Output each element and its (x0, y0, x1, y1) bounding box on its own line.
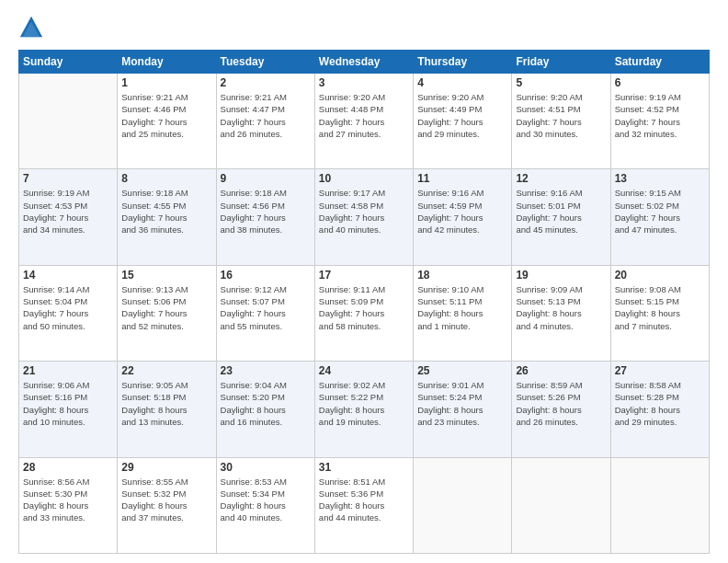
calendar-cell: 25Sunrise: 9:01 AM Sunset: 5:24 PM Dayli… (414, 362, 512, 457)
day-number: 17 (319, 269, 409, 282)
calendar-cell (512, 457, 610, 553)
day-header-thursday: Thursday (414, 51, 512, 74)
day-number: 30 (221, 461, 311, 474)
day-number: 31 (319, 461, 409, 474)
day-info: Sunrise: 9:20 AM Sunset: 4:49 PM Dayligh… (417, 91, 507, 140)
day-number: 6 (615, 76, 705, 89)
calendar-cell: 4Sunrise: 9:20 AM Sunset: 4:49 PM Daylig… (414, 74, 512, 169)
day-info: Sunrise: 8:53 AM Sunset: 5:34 PM Dayligh… (221, 476, 311, 524)
calendar-cell (19, 74, 118, 169)
day-number: 4 (417, 76, 507, 89)
day-info: Sunrise: 8:55 AM Sunset: 5:32 PM Dayligh… (121, 476, 211, 524)
calendar-cell: 5Sunrise: 9:20 AM Sunset: 4:51 PM Daylig… (512, 74, 610, 169)
calendar-cell: 6Sunrise: 9:19 AM Sunset: 4:52 PM Daylig… (610, 74, 709, 169)
calendar-cell: 14Sunrise: 9:14 AM Sunset: 5:04 PM Dayli… (19, 265, 118, 361)
calendar-cell: 28Sunrise: 8:56 AM Sunset: 5:30 PM Dayli… (19, 457, 118, 553)
day-info: Sunrise: 9:15 AM Sunset: 5:02 PM Dayligh… (615, 187, 705, 236)
calendar-cell: 15Sunrise: 9:13 AM Sunset: 5:06 PM Dayli… (118, 265, 216, 361)
day-info: Sunrise: 9:18 AM Sunset: 4:56 PM Dayligh… (221, 187, 311, 236)
day-info: Sunrise: 9:16 AM Sunset: 5:01 PM Dayligh… (516, 187, 606, 236)
calendar-cell: 18Sunrise: 9:10 AM Sunset: 5:11 PM Dayli… (414, 265, 512, 361)
day-info: Sunrise: 8:58 AM Sunset: 5:28 PM Dayligh… (615, 379, 705, 428)
day-number: 15 (121, 269, 211, 282)
day-header-tuesday: Tuesday (216, 51, 314, 74)
day-number: 12 (516, 172, 606, 185)
day-number: 14 (23, 269, 113, 282)
day-number: 24 (319, 364, 409, 377)
calendar-cell: 27Sunrise: 8:58 AM Sunset: 5:28 PM Dayli… (610, 362, 709, 457)
day-info: Sunrise: 9:12 AM Sunset: 5:07 PM Dayligh… (221, 283, 311, 332)
day-number: 27 (615, 364, 705, 377)
day-info: Sunrise: 8:59 AM Sunset: 5:26 PM Dayligh… (516, 379, 606, 428)
header (18, 15, 710, 40)
calendar-cell: 13Sunrise: 9:15 AM Sunset: 5:02 PM Dayli… (610, 169, 709, 265)
day-info: Sunrise: 8:56 AM Sunset: 5:30 PM Dayligh… (23, 476, 113, 524)
calendar-cell: 2Sunrise: 9:21 AM Sunset: 4:47 PM Daylig… (216, 74, 314, 169)
header-row: SundayMondayTuesdayWednesdayThursdayFrid… (19, 51, 710, 74)
week-row-3: 21Sunrise: 9:06 AM Sunset: 5:16 PM Dayli… (19, 362, 710, 457)
day-info: Sunrise: 9:01 AM Sunset: 5:24 PM Dayligh… (417, 379, 507, 428)
day-number: 2 (221, 76, 311, 89)
day-info: Sunrise: 9:04 AM Sunset: 5:20 PM Dayligh… (221, 379, 311, 428)
day-number: 13 (615, 172, 705, 185)
day-header-saturday: Saturday (610, 51, 709, 74)
day-number: 5 (516, 76, 606, 89)
day-number: 20 (615, 269, 705, 282)
calendar-cell: 12Sunrise: 9:16 AM Sunset: 5:01 PM Dayli… (512, 169, 610, 265)
day-number: 19 (516, 269, 606, 282)
calendar-cell (610, 457, 709, 553)
day-number: 29 (121, 461, 211, 474)
day-info: Sunrise: 9:02 AM Sunset: 5:22 PM Dayligh… (319, 379, 409, 428)
calendar-cell: 22Sunrise: 9:05 AM Sunset: 5:18 PM Dayli… (118, 362, 216, 457)
calendar-cell: 16Sunrise: 9:12 AM Sunset: 5:07 PM Dayli… (216, 265, 314, 361)
day-header-wednesday: Wednesday (314, 51, 413, 74)
day-info: Sunrise: 9:13 AM Sunset: 5:06 PM Dayligh… (121, 283, 211, 332)
day-info: Sunrise: 9:20 AM Sunset: 4:51 PM Dayligh… (516, 91, 606, 140)
day-info: Sunrise: 9:19 AM Sunset: 4:53 PM Dayligh… (23, 187, 113, 236)
day-number: 7 (23, 172, 113, 185)
day-info: Sunrise: 9:19 AM Sunset: 4:52 PM Dayligh… (615, 91, 705, 140)
calendar-cell: 23Sunrise: 9:04 AM Sunset: 5:20 PM Dayli… (216, 362, 314, 457)
calendar-cell: 3Sunrise: 9:20 AM Sunset: 4:48 PM Daylig… (314, 74, 413, 169)
day-info: Sunrise: 9:20 AM Sunset: 4:48 PM Dayligh… (319, 91, 409, 140)
day-number: 25 (417, 364, 507, 377)
day-info: Sunrise: 9:06 AM Sunset: 5:16 PM Dayligh… (23, 379, 113, 428)
day-info: Sunrise: 9:21 AM Sunset: 4:47 PM Dayligh… (221, 91, 311, 140)
day-info: Sunrise: 9:21 AM Sunset: 4:46 PM Dayligh… (121, 91, 211, 140)
calendar-cell (414, 457, 512, 553)
day-number: 11 (417, 172, 507, 185)
day-info: Sunrise: 9:14 AM Sunset: 5:04 PM Dayligh… (23, 283, 113, 332)
day-info: Sunrise: 9:09 AM Sunset: 5:13 PM Dayligh… (516, 283, 606, 332)
calendar-cell: 20Sunrise: 9:08 AM Sunset: 5:15 PM Dayli… (610, 265, 709, 361)
calendar-cell: 29Sunrise: 8:55 AM Sunset: 5:32 PM Dayli… (118, 457, 216, 553)
calendar-cell: 24Sunrise: 9:02 AM Sunset: 5:22 PM Dayli… (314, 362, 413, 457)
calendar-table: SundayMondayTuesdayWednesdayThursdayFrid… (18, 50, 710, 554)
day-number: 8 (121, 172, 211, 185)
day-info: Sunrise: 9:18 AM Sunset: 4:55 PM Dayligh… (121, 187, 211, 236)
calendar-cell: 10Sunrise: 9:17 AM Sunset: 4:58 PM Dayli… (314, 169, 413, 265)
day-number: 28 (23, 461, 113, 474)
day-info: Sunrise: 9:10 AM Sunset: 5:11 PM Dayligh… (417, 283, 507, 332)
day-info: Sunrise: 9:05 AM Sunset: 5:18 PM Dayligh… (121, 379, 211, 428)
calendar-cell: 11Sunrise: 9:16 AM Sunset: 4:59 PM Dayli… (414, 169, 512, 265)
week-row-0: 1Sunrise: 9:21 AM Sunset: 4:46 PM Daylig… (19, 74, 710, 169)
calendar-cell: 7Sunrise: 9:19 AM Sunset: 4:53 PM Daylig… (19, 169, 118, 265)
day-number: 10 (319, 172, 409, 185)
day-header-sunday: Sunday (19, 51, 118, 74)
day-info: Sunrise: 9:16 AM Sunset: 4:59 PM Dayligh… (417, 187, 507, 236)
week-row-4: 28Sunrise: 8:56 AM Sunset: 5:30 PM Dayli… (19, 457, 710, 553)
day-header-friday: Friday (512, 51, 610, 74)
logo (18, 15, 48, 40)
calendar-cell: 31Sunrise: 8:51 AM Sunset: 5:36 PM Dayli… (314, 457, 413, 553)
calendar-cell: 8Sunrise: 9:18 AM Sunset: 4:55 PM Daylig… (118, 169, 216, 265)
calendar-cell: 9Sunrise: 9:18 AM Sunset: 4:56 PM Daylig… (216, 169, 314, 265)
calendar-cell: 1Sunrise: 9:21 AM Sunset: 4:46 PM Daylig… (118, 74, 216, 169)
day-number: 21 (23, 364, 113, 377)
logo-icon (18, 15, 44, 40)
calendar-cell: 30Sunrise: 8:53 AM Sunset: 5:34 PM Dayli… (216, 457, 314, 553)
week-row-2: 14Sunrise: 9:14 AM Sunset: 5:04 PM Dayli… (19, 265, 710, 361)
day-number: 26 (516, 364, 606, 377)
week-row-1: 7Sunrise: 9:19 AM Sunset: 4:53 PM Daylig… (19, 169, 710, 265)
page: SundayMondayTuesdayWednesdayThursdayFrid… (0, 0, 728, 563)
day-info: Sunrise: 8:51 AM Sunset: 5:36 PM Dayligh… (319, 476, 409, 524)
